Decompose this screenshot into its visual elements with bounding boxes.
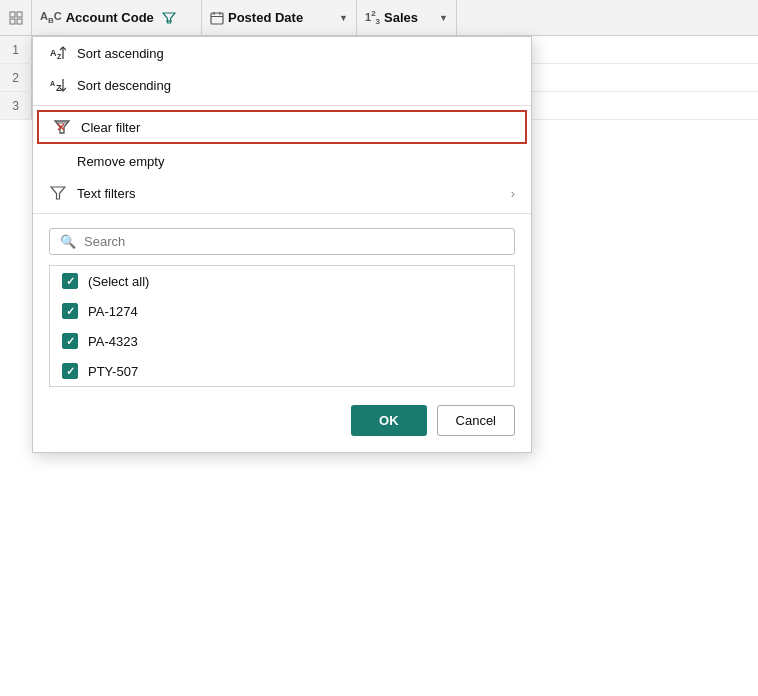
clear-filter-label: Clear filter xyxy=(81,120,140,135)
remove-empty-item[interactable]: Remove empty xyxy=(33,146,531,177)
svg-marker-20 xyxy=(51,187,65,199)
sort-descending-label: Sort descending xyxy=(77,78,171,93)
col-header-posted-date[interactable]: Posted Date ▼ xyxy=(202,0,357,35)
sort-asc-icon: A Z xyxy=(49,45,67,61)
sort-desc-icon: A Z xyxy=(49,77,67,93)
checkbox-label-pa-4323: PA-4323 xyxy=(88,334,138,349)
col-header-account-code[interactable]: ABC Account Code xyxy=(32,0,202,35)
checkbox-select-all[interactable]: (Select all) xyxy=(50,266,514,296)
search-box: 🔍 xyxy=(49,228,515,255)
row-num-3: 3 xyxy=(0,92,32,119)
clear-filter-icon xyxy=(53,118,71,136)
svg-text:A: A xyxy=(50,80,55,87)
checkbox-pa-4323[interactable]: PA-4323 xyxy=(50,326,514,356)
abc-icon: ABC xyxy=(40,10,62,25)
svg-text:Z: Z xyxy=(56,83,62,93)
corner-cell xyxy=(0,0,32,35)
row-num-1: 1 xyxy=(0,36,32,63)
svg-text:A: A xyxy=(50,48,57,58)
checkbox-label-select-all: (Select all) xyxy=(88,274,149,289)
text-filters-icon xyxy=(49,185,67,201)
svg-rect-6 xyxy=(211,13,223,24)
checkbox-label-pa-1274: PA-1274 xyxy=(88,304,138,319)
checkbox-checked-icon xyxy=(62,273,78,289)
checkbox-pty-507[interactable]: PTY-507 xyxy=(50,356,514,386)
checkbox-checked-icon xyxy=(62,363,78,379)
sales-num-icon: 123 xyxy=(365,9,380,26)
svg-rect-3 xyxy=(17,19,22,24)
svg-rect-1 xyxy=(17,12,22,17)
search-icon: 🔍 xyxy=(60,234,76,249)
remove-empty-label: Remove empty xyxy=(77,154,164,169)
sheet-header: ABC Account Code Posted Date ▼ 123 Sales… xyxy=(0,0,758,36)
row-num-2: 2 xyxy=(0,64,32,91)
filter-icon xyxy=(162,11,176,25)
svg-rect-0 xyxy=(10,12,15,17)
checkbox-checked-icon xyxy=(62,333,78,349)
text-filters-arrow-icon: › xyxy=(511,186,515,201)
search-input[interactable] xyxy=(84,234,504,249)
text-filters-label: Text filters xyxy=(77,186,136,201)
clear-filter-item[interactable]: Clear filter xyxy=(37,110,527,144)
svg-rect-2 xyxy=(10,19,15,24)
checkbox-checked-icon xyxy=(62,303,78,319)
ok-button[interactable]: OK xyxy=(351,405,427,436)
calendar-icon xyxy=(210,11,224,25)
panel-footer: OK Cancel xyxy=(33,391,531,440)
filter-dropdown-panel: A Z Sort ascending A Z Sort descending xyxy=(32,36,532,453)
col-header-sales[interactable]: 123 Sales ▼ xyxy=(357,0,457,35)
menu-divider-2 xyxy=(33,213,531,214)
sales-label: Sales xyxy=(384,10,418,25)
svg-text:Z: Z xyxy=(57,53,62,60)
checkbox-pa-1274[interactable]: PA-1274 xyxy=(50,296,514,326)
sales-dropdown-icon[interactable]: ▼ xyxy=(439,13,448,23)
account-code-label: Account Code xyxy=(66,10,154,25)
menu-divider-1 xyxy=(33,105,531,106)
posted-date-dropdown-icon[interactable]: ▼ xyxy=(339,13,348,23)
spreadsheet: ABC Account Code Posted Date ▼ 123 Sales… xyxy=(0,0,758,696)
text-filters-item[interactable]: Text filters › xyxy=(33,177,531,209)
search-area: 🔍 xyxy=(33,218,531,261)
sort-descending-item[interactable]: A Z Sort descending xyxy=(33,69,531,101)
cancel-button[interactable]: Cancel xyxy=(437,405,515,436)
checkbox-label-pty-507: PTY-507 xyxy=(88,364,138,379)
sort-ascending-item[interactable]: A Z Sort ascending xyxy=(33,37,531,69)
sort-ascending-label: Sort ascending xyxy=(77,46,164,61)
posted-date-label: Posted Date xyxy=(228,10,303,25)
checkbox-list: (Select all) PA-1274 PA-4323 PTY-507 xyxy=(49,265,515,387)
